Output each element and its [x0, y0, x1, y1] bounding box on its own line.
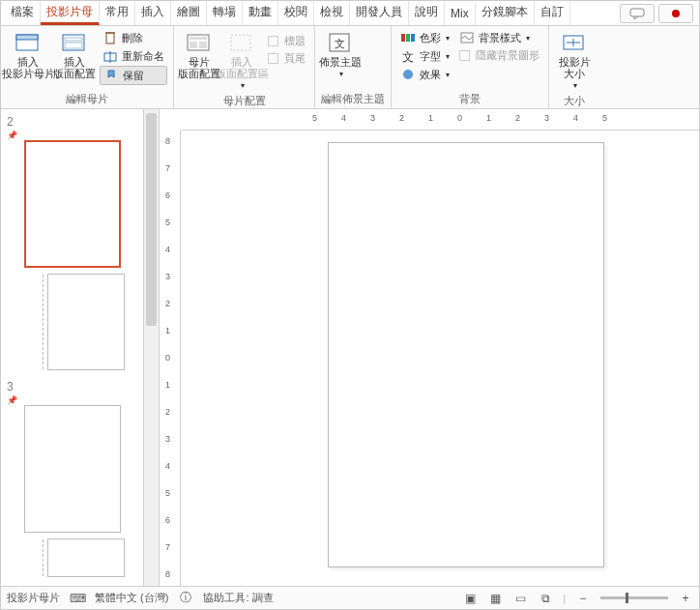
rename-button[interactable]: 重新命名: [100, 47, 167, 65]
tab-transition[interactable]: 轉場: [207, 0, 243, 25]
layout-thumb[interactable]: [47, 274, 125, 370]
tab-help[interactable]: 說明: [409, 0, 445, 25]
tab-custom[interactable]: 自訂: [535, 0, 570, 25]
svg-rect-18: [401, 34, 405, 42]
effects-icon: [400, 67, 416, 82]
group-size: 投影片 大小▾ 大小: [549, 26, 599, 108]
insert-layout-button[interactable]: 插入 版面配置: [53, 29, 96, 81]
status-bar: 投影片母片 ⌨ 繁體中文 (台灣) ⓘ 協助工具: 調查 ▣ ▦ ▭ ⧉ | −…: [1, 586, 699, 609]
layout-icon: [61, 31, 88, 54]
zoom-in-button[interactable]: +: [678, 591, 693, 606]
svg-point-1: [672, 10, 680, 17]
group-edit-theme: 文 佈景主題▾ 編輯佈景主題: [315, 26, 392, 108]
master-layout-icon: [186, 31, 213, 54]
master-slide-thumb[interactable]: [24, 140, 121, 268]
group-master-layout: 母片 版面配置 插入 版面配置區▾ 標題 頁尾 母片配置: [174, 26, 315, 108]
edit-area: 54321012345 87654321012345678: [160, 109, 699, 586]
keyboard-icon[interactable]: ⌨: [70, 591, 85, 606]
svg-rect-7: [106, 33, 114, 44]
master-slide-thumb[interactable]: [24, 405, 121, 533]
tab-file[interactable]: 檔案: [5, 0, 41, 25]
tab-view[interactable]: 檢視: [314, 0, 350, 25]
sorter-view-button[interactable]: ▦: [487, 591, 503, 606]
background-styles-button[interactable]: 背景樣式▾: [456, 29, 542, 46]
delete-button[interactable]: 刪除: [100, 29, 167, 46]
work-area: 2 📌 3 📌 54321012345 87654321012345678: [1, 109, 699, 586]
tab-insert[interactable]: 插入: [135, 0, 171, 25]
footer-checkbox[interactable]: 頁尾: [265, 50, 308, 67]
reading-view-button[interactable]: ▭: [512, 591, 528, 606]
insert-slide-master-button[interactable]: 插入 投影片母片: [7, 29, 49, 81]
accessibility-icon[interactable]: ⓘ: [178, 591, 193, 606]
master-thumb-3[interactable]: 3 📌: [5, 380, 139, 577]
thumb-number: 3: [7, 380, 14, 393]
tab-storyboard[interactable]: 分鏡腳本: [476, 0, 535, 25]
fonts-icon: 文: [400, 48, 416, 64]
chevron-down-icon: ▾: [446, 34, 450, 43]
zoom-out-button[interactable]: −: [575, 591, 591, 606]
record-button[interactable]: [658, 4, 693, 23]
thumbnail-panel[interactable]: 2 📌 3 📌: [1, 109, 144, 586]
slide-canvas[interactable]: [328, 142, 604, 567]
svg-rect-12: [190, 37, 207, 40]
tab-bar: 檔案 投影片母 常用 插入 繪圖 轉場 動畫 校閱 檢視 開發人員 說明 Mix…: [1, 1, 699, 26]
scrollbar-thumb[interactable]: [146, 113, 157, 326]
master-layout-button[interactable]: 母片 版面配置: [180, 29, 219, 81]
status-language[interactable]: 繁體中文 (台灣): [95, 591, 168, 605]
tab-home[interactable]: 常用: [100, 0, 135, 25]
placeholder-icon: [228, 31, 255, 54]
slide-size-button[interactable]: 投影片 大小▾: [555, 29, 594, 92]
delete-icon: [102, 30, 118, 45]
status-accessibility[interactable]: 協助工具: 調查: [203, 591, 273, 605]
vertical-ruler[interactable]: 87654321012345678: [160, 131, 181, 586]
chevron-down-icon: ▾: [446, 52, 450, 61]
status-view: 投影片母片: [7, 591, 60, 605]
thumbnail-scrollbar[interactable]: [144, 109, 160, 586]
comment-icon: [629, 8, 645, 19]
zoom-slider[interactable]: [600, 596, 668, 599]
tab-slide-master[interactable]: 投影片母: [41, 0, 100, 25]
svg-rect-14: [199, 42, 207, 48]
slide-size-icon: [561, 31, 588, 54]
theme-button[interactable]: 文 佈景主題▾: [321, 29, 360, 80]
svg-rect-13: [190, 42, 197, 48]
svg-rect-19: [406, 34, 410, 42]
tab-developer[interactable]: 開發人員: [350, 0, 409, 25]
tab-mix[interactable]: Mix: [445, 3, 476, 25]
colors-icon: [400, 30, 416, 45]
group-label-edit-master: 編輯母片: [7, 90, 167, 106]
tab-review[interactable]: 校閱: [278, 0, 314, 25]
slideshow-button[interactable]: ⧉: [538, 591, 553, 606]
group-background: 色彩▾ 文字型▾ 效果▾ 背景樣式▾ 隱藏背景圖形 背景: [392, 26, 549, 108]
title-checkbox[interactable]: 標題: [265, 33, 308, 49]
hide-bg-checkbox[interactable]: 隱藏背景圖形: [456, 47, 542, 64]
checkbox-icon: [268, 53, 278, 64]
colors-button[interactable]: 色彩▾: [397, 29, 452, 46]
normal-view-button[interactable]: ▣: [462, 591, 478, 606]
zoom-slider-knob[interactable]: [626, 593, 628, 603]
rename-icon: [102, 48, 118, 64]
svg-point-22: [403, 70, 413, 79]
tab-draw[interactable]: 繪圖: [171, 0, 207, 25]
effects-button[interactable]: 效果▾: [397, 66, 452, 83]
chevron-down-icon: ▾: [573, 81, 577, 90]
preserve-button[interactable]: 保留: [100, 66, 167, 85]
svg-rect-15: [231, 35, 250, 50]
theme-icon: 文: [327, 31, 354, 54]
slide-canvas-wrap[interactable]: [181, 131, 699, 586]
checkbox-icon: [268, 36, 278, 46]
horizontal-ruler[interactable]: 54321012345: [181, 109, 699, 131]
slide-master-icon: [15, 31, 42, 54]
preserve-icon: [103, 68, 119, 83]
svg-rect-3: [16, 35, 38, 40]
chevron-down-icon: ▾: [526, 34, 530, 43]
layout-thumb[interactable]: [47, 538, 125, 577]
checkbox-icon: [459, 50, 470, 61]
group-label-master-layout: 母片配置: [180, 92, 308, 108]
fonts-button[interactable]: 文字型▾: [397, 47, 452, 65]
tab-animation[interactable]: 動畫: [243, 0, 278, 25]
comments-button[interactable]: [620, 4, 655, 23]
insert-placeholder-button[interactable]: 插入 版面配置區▾: [222, 29, 261, 92]
master-thumb-2[interactable]: 2 📌: [5, 115, 139, 370]
group-label-edit-theme: 編輯佈景主題: [321, 90, 385, 106]
